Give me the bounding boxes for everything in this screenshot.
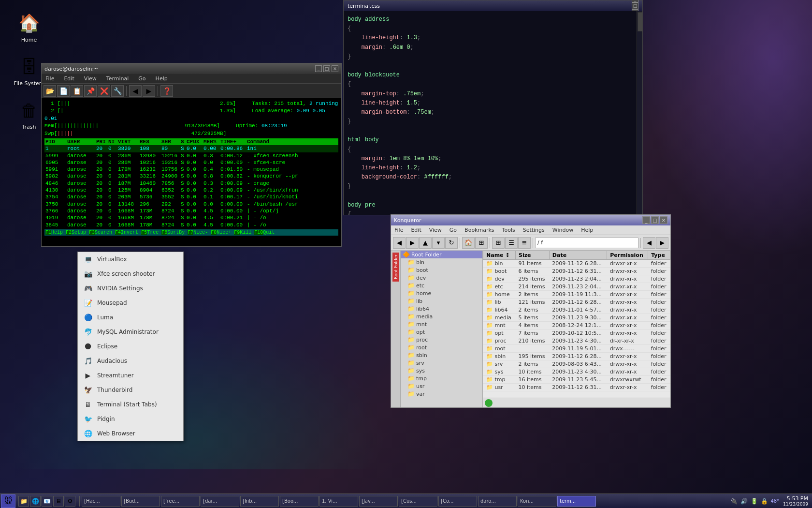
konq-sidebar-item-lib[interactable]: 📁 lib bbox=[401, 297, 482, 305]
konq-sidebar-item-etc[interactable]: 📁 etc bbox=[401, 282, 482, 289]
konqueror-menu-file[interactable]: File bbox=[393, 227, 405, 233]
taskbar-window-button[interactable]: [Co... bbox=[438, 496, 477, 507]
table-row[interactable]: 📁tmp 16 items 2009-11-23 5:45... drwxrwx… bbox=[483, 376, 670, 384]
terminal-menu-terminal[interactable]: Terminal bbox=[104, 75, 131, 82]
konqueror-menu-view[interactable]: View bbox=[428, 227, 443, 233]
css-editor-scrollbar-thumb[interactable] bbox=[638, 12, 642, 31]
table-row[interactable]: 📁media 5 items 2009-11-23 9:30... drwxr-… bbox=[483, 314, 670, 322]
taskbar-window-button[interactable]: daro... bbox=[478, 496, 517, 507]
css-editor-content[interactable]: body address { line-height: 1.3; margin:… bbox=[344, 11, 637, 215]
col-header-name[interactable]: Name ↕ bbox=[483, 251, 516, 260]
tray-icon-audio[interactable]: 🔊 bbox=[740, 497, 748, 506]
konq-sidebar-item-sbin[interactable]: 📁 sbin bbox=[401, 351, 482, 359]
app-menu-item[interactable]: 🦅 Thunderbird bbox=[78, 383, 183, 397]
toolbar-copy-button[interactable]: 📋 bbox=[71, 85, 83, 97]
konq-sidebar-item-usr[interactable]: 📁 usr bbox=[401, 382, 482, 390]
konq-sidebar-item-bin[interactable]: 📁 bin bbox=[401, 258, 482, 266]
app-menu-item[interactable]: 📝 Mousepad bbox=[78, 296, 183, 310]
konq-sidebar-item-boot[interactable]: 📁 boot bbox=[401, 266, 482, 274]
terminal-maximize-button[interactable]: □ bbox=[323, 65, 330, 72]
tray-icon-network[interactable]: 🔌 bbox=[729, 497, 738, 506]
app-menu-item[interactable]: 🌑 Eclipse bbox=[78, 339, 183, 354]
terminal-menu-edit[interactable]: Edit bbox=[62, 75, 76, 82]
toolbar-open-button[interactable]: 📄 bbox=[57, 85, 70, 97]
terminal-minimize-button[interactable]: _ bbox=[315, 65, 322, 72]
konq-panel-toggle-button[interactable]: Root Folder bbox=[392, 253, 399, 282]
table-row[interactable]: 📁bin 91 items 2009-11-12 6:28... drwxr-x… bbox=[483, 260, 670, 268]
table-row[interactable]: 📁sbin 195 items 2009-11-12 6:28... drwxr… bbox=[483, 353, 670, 360]
taskbar-window-button[interactable]: Kon... bbox=[518, 496, 556, 507]
taskbar-window-button[interactable]: 1. Vi... bbox=[319, 496, 358, 507]
taskbar-window-button[interactable]: [free... bbox=[161, 496, 200, 507]
app-menu-item[interactable]: 🎵 Audacious bbox=[78, 354, 183, 368]
tray-icon-battery[interactable]: 🔋 bbox=[750, 497, 758, 506]
table-row[interactable]: 📁root 2009-11-19 5:01... drwx------ fold… bbox=[483, 345, 670, 353]
toolbar-close-button[interactable]: ❌ bbox=[98, 85, 110, 97]
konq-sidebar-item-srv[interactable]: 📁 srv bbox=[401, 359, 482, 367]
konq-reload-button[interactable]: ↻ bbox=[445, 237, 458, 249]
terminal-menu-go[interactable]: Go bbox=[136, 75, 147, 82]
konqueror-file-table[interactable]: Name ↕ Size Date Permission Type 📁bin 91… bbox=[483, 251, 670, 398]
table-row[interactable]: 📁lib64 2 items 2009-11-01 4:57... drwxr-… bbox=[483, 306, 670, 314]
konq-sidebar-item-var[interactable]: 📁 var bbox=[401, 390, 482, 398]
table-row[interactable]: 📁home 2 items 2009-11-19 11:3... drwxr-x… bbox=[483, 291, 670, 299]
table-row[interactable]: 📁lib 121 items 2009-11-12 6:28... drwxr-… bbox=[483, 299, 670, 306]
css-editor-scrollbar[interactable] bbox=[637, 11, 642, 215]
konq-sidebar-item-root[interactable]: 🔶 Root Folder bbox=[401, 251, 482, 258]
konq-history-button[interactable]: ▾ bbox=[432, 237, 445, 249]
table-row[interactable]: 📁sys 10 items 2009-11-23 4:30... drwxr-x… bbox=[483, 368, 670, 376]
konqueror-menu-help[interactable]: Help bbox=[580, 227, 594, 233]
app-menu-item[interactable]: 🖥 Terminal (Start Tabs) bbox=[78, 397, 183, 412]
konq-sidebar-item-sys[interactable]: 📁 sys bbox=[401, 367, 482, 374]
terminal-content[interactable]: 1 [||| 2.6%] Tasks: 215 total, 2 running… bbox=[42, 98, 341, 246]
konq-sidebar-item-root[interactable]: 📁 root bbox=[401, 344, 482, 351]
konqueror-menu-window[interactable]: Window bbox=[551, 227, 575, 233]
taskbar-window-button[interactable]: [Inb... bbox=[240, 496, 279, 507]
toolbar-back-button[interactable]: ◀ bbox=[129, 85, 142, 97]
konq-up-button[interactable]: ▲ bbox=[419, 237, 432, 249]
app-menu-item[interactable]: 🎮 NVIDIA Settings bbox=[78, 281, 183, 296]
taskbar-window-button[interactable]: term... bbox=[557, 496, 596, 507]
app-menu-item[interactable]: 🌐 Web Browser bbox=[78, 426, 183, 441]
app-menu-item[interactable]: 🐦 Pidgin bbox=[78, 412, 183, 426]
toolbar-forward-button[interactable]: ▶ bbox=[143, 85, 155, 97]
konq-sidebar-item-mnt[interactable]: 📁 mnt bbox=[401, 320, 482, 328]
taskbar-app-files[interactable]: 📁 bbox=[18, 496, 29, 507]
konqueror-close-button[interactable]: ✕ bbox=[660, 216, 667, 224]
terminal-menu-file[interactable]: File bbox=[44, 75, 56, 82]
taskbar-app-settings[interactable]: ⚙ bbox=[65, 496, 75, 507]
desktop-icon-home[interactable]: 🏠 Home bbox=[10, 10, 48, 45]
taskbar-window-button[interactable]: [Cus... bbox=[399, 496, 437, 507]
start-button[interactable]: 🐭 bbox=[1, 494, 15, 508]
konqueror-menu-settings[interactable]: Settings bbox=[522, 227, 546, 233]
konq-home-button[interactable]: 🏠 bbox=[462, 237, 475, 249]
col-header-permission[interactable]: Permission bbox=[607, 251, 648, 260]
table-row[interactable]: 📁etc 214 items 2009-11-23 2:04... drwxr-… bbox=[483, 283, 670, 291]
taskbar-window-button[interactable]: [Hac... bbox=[82, 496, 120, 507]
tray-icon-security[interactable]: 🔒 bbox=[760, 497, 768, 506]
table-row[interactable]: 📁opt 7 items 2009-10-12 10:5... drwxr-xr… bbox=[483, 329, 670, 337]
table-row[interactable]: 📁boot 6 items 2009-11-12 6:31... drwxr-x… bbox=[483, 268, 670, 275]
konq-back-button[interactable]: ◀ bbox=[393, 237, 406, 249]
app-menu-item[interactable]: 🔵 Luma bbox=[78, 310, 183, 325]
konq-location-bar[interactable]: / f bbox=[535, 238, 638, 248]
col-header-size[interactable]: Size bbox=[515, 251, 549, 260]
konq-list-view-button[interactable]: ☰ bbox=[505, 237, 518, 249]
col-header-date[interactable]: Date bbox=[549, 251, 607, 260]
konq-sidebar-item-proc[interactable]: 📁 proc bbox=[401, 336, 482, 344]
taskbar-window-button[interactable]: [Jav... bbox=[359, 496, 398, 507]
konqueror-menu-edit[interactable]: Edit bbox=[409, 227, 422, 233]
terminal-menu-help[interactable]: Help bbox=[154, 75, 170, 82]
app-menu-item[interactable]: 📷 Xfce screen shooter bbox=[78, 267, 183, 281]
konq-forward-button[interactable]: ▶ bbox=[406, 237, 419, 249]
konq-nav-next-button[interactable]: ▶ bbox=[656, 237, 668, 249]
table-row[interactable]: 📁usr 10 items 2009-11-12 6:31... drwxr-x… bbox=[483, 384, 670, 391]
konq-sidebar-item-lib64[interactable]: 📁 lib64 bbox=[401, 305, 482, 313]
terminal-menu-view[interactable]: View bbox=[82, 75, 99, 82]
konqueror-maximize-button[interactable]: □ bbox=[651, 216, 659, 224]
app-menu-item[interactable]: 🐬 MySQL Administrator bbox=[78, 325, 183, 339]
konqueror-menu-bookmarks[interactable]: Bookmarks bbox=[463, 227, 495, 233]
konq-new-window-button[interactable]: ⊞ bbox=[475, 237, 488, 249]
app-menu-item[interactable]: ▶ Streamtuner bbox=[78, 368, 183, 383]
konq-sidebar-item-media[interactable]: 📁 media bbox=[401, 313, 482, 320]
